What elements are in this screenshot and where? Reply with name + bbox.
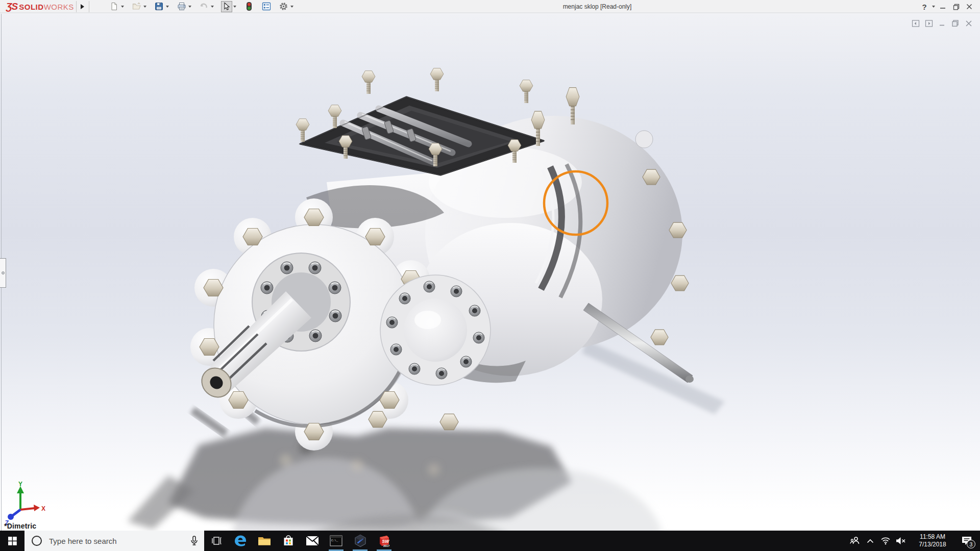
toolbar-flyout-button[interactable] <box>79 2 87 12</box>
undo-arrow-icon <box>199 2 209 11</box>
people-icon <box>850 536 860 545</box>
speaker-muted-icon <box>896 537 906 545</box>
minimize-document-button[interactable] <box>938 19 946 28</box>
restore-document-button[interactable] <box>951 19 960 28</box>
view-orientation-label: *Dimetric <box>4 522 36 530</box>
separator <box>76 1 77 12</box>
clock[interactable]: 11:58 AM 7/13/2018 <box>911 533 954 548</box>
sw-icon-label: SW <box>382 539 390 544</box>
solidworks-logo: ƷS SOLID WORKS <box>0 1 74 12</box>
close-icon <box>966 4 972 10</box>
standard-toolbar <box>109 1 295 12</box>
taskbar-app-edge[interactable] <box>228 531 252 551</box>
window-controls: ? <box>918 0 980 13</box>
undo-button[interactable] <box>199 1 210 12</box>
document-title: menjac sklop [Read-only] <box>531 0 664 13</box>
action-center-button[interactable]: 3 <box>957 531 977 551</box>
restore-button[interactable] <box>949 1 963 13</box>
taskbar-app-mail[interactable] <box>300 531 324 551</box>
undo-dropdown[interactable] <box>210 1 215 12</box>
windows-logo-icon <box>8 537 17 545</box>
task-view-icon <box>211 536 222 545</box>
select-cursor-icon <box>223 2 231 11</box>
taskbar-app-file-explorer[interactable] <box>252 531 276 551</box>
taskbar-app-command-prompt[interactable]: C:\_ <box>324 531 348 551</box>
taskbar-app-hexagon[interactable] <box>348 531 372 551</box>
select-tool-button[interactable] <box>221 1 232 12</box>
search-input[interactable] <box>48 536 190 546</box>
windows-taskbar: C:\_ SW 2017 <box>0 531 980 551</box>
wifi-icon <box>880 537 891 545</box>
clock-time: 11:58 AM <box>911 533 954 541</box>
minimize-button[interactable] <box>936 1 949 13</box>
cmd-icon-text: C:\_ <box>331 539 338 542</box>
select-tool-dropdown[interactable] <box>232 1 237 12</box>
taskbar-app-store[interactable] <box>276 531 300 551</box>
microphone-icon[interactable] <box>190 536 198 546</box>
print-button[interactable] <box>176 1 187 12</box>
solidworks-2017-icon: SW 2017 <box>377 534 391 548</box>
notification-badge: 3 <box>967 540 975 548</box>
traffic-light-icon <box>246 2 252 11</box>
volume-button[interactable] <box>893 531 909 551</box>
open-folder-icon <box>132 2 141 11</box>
cortana-icon <box>32 536 42 546</box>
new-document-button[interactable] <box>109 1 120 12</box>
task-view-button[interactable] <box>204 531 228 551</box>
flyout-arrow-icon <box>81 4 84 9</box>
close-button[interactable] <box>963 1 976 13</box>
save-button[interactable] <box>154 1 165 12</box>
open-document-dropdown[interactable] <box>142 1 148 12</box>
printer-icon <box>177 2 186 11</box>
clock-date: 7/13/2018 <box>911 541 954 548</box>
help-dropdown[interactable] <box>931 1 936 12</box>
hidden-icons-button[interactable] <box>863 531 878 551</box>
collapse-right-pane-button[interactable] <box>924 19 933 28</box>
open-document-button[interactable] <box>131 1 142 12</box>
restore-icon <box>953 4 960 10</box>
hexagon-app-icon <box>354 534 367 547</box>
rebuild-button[interactable] <box>243 1 255 12</box>
display-settings-button[interactable] <box>261 1 272 12</box>
ds-logo-glyph: ƷS <box>6 1 17 12</box>
save-floppy-icon <box>155 2 163 11</box>
sw-icon-year: 2017 <box>383 544 389 547</box>
start-button[interactable] <box>0 531 24 551</box>
properties-list-icon <box>262 2 271 11</box>
people-button[interactable] <box>847 531 863 551</box>
help-button[interactable]: ? <box>918 1 931 13</box>
gear-icon <box>279 2 288 11</box>
options-dropdown[interactable] <box>289 1 295 12</box>
save-dropdown[interactable] <box>165 1 170 12</box>
collapse-left-pane-button[interactable] <box>911 19 920 28</box>
new-document-icon <box>110 2 118 11</box>
triad-y-label: Y <box>18 481 22 488</box>
document-window-controls <box>911 19 973 28</box>
network-button[interactable] <box>878 531 893 551</box>
mail-icon <box>306 536 319 546</box>
command-prompt-icon: C:\_ <box>330 535 342 546</box>
taskbar-app-solidworks[interactable]: SW 2017 <box>372 531 396 551</box>
edge-icon <box>234 534 247 547</box>
taskbar-search[interactable] <box>24 531 204 551</box>
options-button[interactable] <box>278 1 289 12</box>
store-icon <box>282 535 295 547</box>
file-explorer-icon <box>258 535 271 546</box>
close-document-button[interactable] <box>964 19 973 28</box>
new-document-dropdown[interactable] <box>120 1 125 12</box>
graphics-viewport[interactable]: Y X Z *Dimetric <box>0 14 980 531</box>
triad-x-label: X <box>41 505 45 512</box>
chevron-up-icon <box>867 539 874 543</box>
gearbox-model[interactable] <box>0 14 980 531</box>
title-bar: ƷS SOLID WORKS <box>0 0 980 13</box>
system-tray: 11:58 AM 7/13/2018 3 <box>847 531 980 551</box>
separator <box>89 1 89 12</box>
print-dropdown[interactable] <box>187 1 192 12</box>
minimize-icon <box>940 4 946 10</box>
bearing-cover-ring <box>380 275 491 385</box>
